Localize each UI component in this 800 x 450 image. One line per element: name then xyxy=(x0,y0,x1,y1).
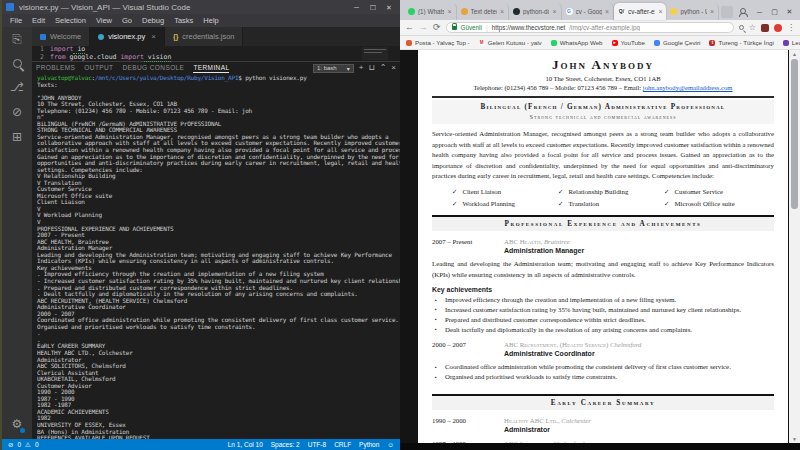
close-panel-icon[interactable]: × xyxy=(391,64,396,72)
tab-close-icon[interactable]: × xyxy=(710,8,714,15)
shell-select-value: 1: bash xyxy=(317,65,337,71)
panel-tab-terminal[interactable]: TERMINAL xyxy=(193,64,229,73)
bookmark-label: Google Çeviri xyxy=(663,39,701,46)
bookmark-star-icon[interactable]: ☆ xyxy=(749,23,756,32)
vscode-minimize-button[interactable]: ─ xyxy=(350,4,364,11)
menu-help[interactable]: Help xyxy=(203,16,218,25)
notification-badge xyxy=(20,428,25,433)
source-control-icon[interactable]: ⎇ xyxy=(10,81,24,93)
browser-tab[interactable]: python - U× xyxy=(666,3,719,20)
status-bar: ⊘0 ⚠0 Ln 1, Col 10Spaces: 2UTF-8CRLFPyth… xyxy=(2,439,400,450)
bookmark-item[interactable]: WhatsApp Web xyxy=(551,39,603,46)
terminal[interactable]: yalvactop@Yalvac:/mnt/c/Users/yalva/Desk… xyxy=(32,74,400,439)
vscode-maximize-button[interactable]: ☐ xyxy=(366,4,380,12)
browser-maximize-button[interactable]: ▢ xyxy=(768,8,781,16)
page-scrollbar[interactable]: ▲ ▼ xyxy=(789,50,800,443)
tab-close-icon[interactable]: × xyxy=(447,8,451,15)
tab-close-icon[interactable]: × xyxy=(500,8,504,15)
bookmark-item[interactable]: MGelen Kutusu - yalv xyxy=(479,39,542,46)
cv-subheadline: Strong technical and commercial awarenes… xyxy=(434,113,772,120)
extension-icon[interactable] xyxy=(761,24,769,32)
statusbar-right: Ln 1, Col 10Spaces: 2UTF-8CRLFPython☺ xyxy=(228,441,394,448)
browser-tab[interactable]: Gcv - Googl× xyxy=(562,3,615,20)
bookmark-favicon-icon xyxy=(406,40,412,46)
window-bottom-edge xyxy=(400,443,800,450)
shell-select[interactable]: 1: bash▾ xyxy=(313,64,354,73)
browser-tab[interactable]: (1) WhatsA× xyxy=(404,3,457,20)
vscode-window: visionex.py — Vision_API — Visual Studio… xyxy=(0,0,400,450)
errors-icon[interactable]: ⊘ xyxy=(8,441,13,449)
statusbar-item[interactable]: UTF-8 xyxy=(308,441,326,448)
scroll-up-icon[interactable]: ▲ xyxy=(789,50,800,58)
extensions-icon[interactable]: ⊞ xyxy=(12,131,22,143)
cv-email-link[interactable]: john.anybody@emailaddress.com xyxy=(643,84,733,91)
browser-tab[interactable]: Q/cv-after-ex× xyxy=(614,3,666,20)
statusbar-item[interactable]: Python xyxy=(359,441,379,448)
back-icon[interactable]: ← xyxy=(405,23,414,32)
zoom-icon[interactable] xyxy=(739,25,744,30)
warnings-icon[interactable]: ⚠ xyxy=(25,441,31,449)
code-editor[interactable]: 1 import io 2 from google.cloud import v… xyxy=(32,46,400,61)
browser-tab[interactable]: python-do× xyxy=(509,3,562,20)
browser-close-button[interactable]: ✕ xyxy=(783,8,796,16)
minimap[interactable] xyxy=(362,47,388,60)
tab-label: (1) WhatsA xyxy=(418,8,444,15)
statusbar-item[interactable]: Spaces: 2 xyxy=(271,441,300,448)
bookmark-favicon-icon xyxy=(551,40,557,46)
menu-file[interactable]: File xyxy=(10,16,22,25)
address-bar[interactable]: Güvenli | https://www.thecvstore.net/img… xyxy=(446,22,734,33)
menu-view[interactable]: View xyxy=(96,16,112,25)
browser-minimize-button[interactable]: ─ xyxy=(753,9,766,16)
explorer-icon[interactable]: ⎘ xyxy=(12,33,22,45)
job-company: ABC Health, xyxy=(504,238,542,245)
competency-item: ✓Customer Service xyxy=(664,188,770,196)
menu-debug[interactable]: Debug xyxy=(142,16,164,25)
debug-icon[interactable]: ⊘ xyxy=(12,106,22,118)
profile-icon[interactable] xyxy=(739,8,747,16)
tab-visionex-py[interactable]: visionex.py × xyxy=(90,27,165,46)
menu-tasks[interactable]: Tasks xyxy=(174,16,193,25)
maximize-panel-icon[interactable]: ⌃ xyxy=(380,64,387,72)
bookmark-item[interactable]: ▸YouTube xyxy=(612,39,645,46)
cv-job: 1987 – 1990 ABC Solicitors, Chelmsford C… xyxy=(432,440,774,443)
scrollbar-thumb[interactable] xyxy=(791,59,798,209)
bookmark-item[interactable]: tTureng - Türkçe İngi xyxy=(709,39,773,46)
menu-edit[interactable]: Edit xyxy=(32,16,45,25)
bookmark-item[interactable]: Google Çeviri xyxy=(654,39,701,46)
panel-tab-output[interactable]: OUTPUT xyxy=(84,64,113,73)
feedback-smiley-icon[interactable]: ☺ xyxy=(387,441,394,448)
vscode-close-button[interactable]: ✕ xyxy=(382,4,396,12)
vscode-window-controls: ─ ☐ ✕ xyxy=(350,3,396,12)
tab-close-icon[interactable]: × xyxy=(151,32,156,41)
bullet-item: Coordinated office administration while … xyxy=(432,362,774,372)
new-terminal-icon[interactable]: + xyxy=(359,64,364,72)
chevron-down-icon: ▾ xyxy=(347,65,350,72)
extension-icon[interactable] xyxy=(774,24,782,32)
bookmark-favicon-icon: ▸ xyxy=(612,40,618,46)
scroll-down-icon[interactable]: ▼ xyxy=(789,435,800,443)
browser-menu-icon[interactable]: ⋮ xyxy=(787,23,795,32)
panel-tab-debug-console[interactable]: DEBUG CONSOLE xyxy=(122,64,184,73)
terminal-output: Texts: "JOHN ANYBODY 10 The Street, Colc… xyxy=(37,82,400,439)
panel-tab-problems[interactable]: PROBLEMS xyxy=(36,64,75,73)
forward-icon[interactable]: → xyxy=(419,23,428,32)
tab-close-icon[interactable]: × xyxy=(658,8,662,15)
competency-label: Translation xyxy=(568,200,599,207)
settings-gear-icon[interactable]: ⚙ xyxy=(12,417,23,431)
tab-close-icon[interactable]: × xyxy=(605,8,609,15)
menu-go[interactable]: Go xyxy=(122,16,132,25)
tab-credentials-json[interactable]: {} credentials.json xyxy=(165,27,244,46)
competency-label: Client Liaison xyxy=(462,188,501,195)
bookmark-item[interactable]: League of Legends - xyxy=(783,39,800,46)
statusbar-item[interactable]: CRLF xyxy=(334,441,351,448)
statusbar-item[interactable]: Ln 1, Col 10 xyxy=(228,441,263,448)
kill-terminal-icon[interactable]: ⊔ xyxy=(368,64,374,72)
reload-icon[interactable]: ⟳ xyxy=(433,23,441,32)
menu-selection[interactable]: Selection xyxy=(55,16,86,25)
browser-tab[interactable]: Text detect× xyxy=(457,3,510,20)
new-tab-button[interactable] xyxy=(721,6,733,18)
bookmark-item[interactable]: Posta - Yalvaç Top - xyxy=(406,39,470,46)
tab-welcome[interactable]: Welcome xyxy=(32,27,90,46)
search-icon[interactable] xyxy=(13,59,22,68)
tab-close-icon[interactable]: × xyxy=(552,8,556,15)
